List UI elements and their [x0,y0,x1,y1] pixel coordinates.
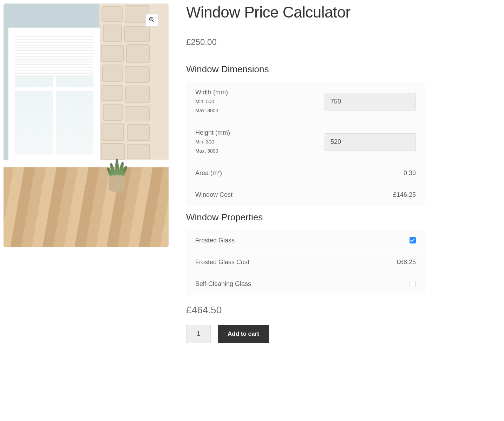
area-label: Area (m²) [195,169,222,177]
dimensions-heading: Window Dimensions [186,64,425,75]
frosted-glass-label: Frosted Glass [195,237,235,244]
add-to-cart-button[interactable]: Add to cart [218,325,269,343]
height-input[interactable] [325,133,416,151]
base-price: £250.00 [186,37,425,47]
dimensions-panel: Width (mm) Min: 500 Max: 3000 Height (mm… [186,82,425,206]
self-cleaning-glass-checkbox[interactable] [410,281,416,287]
width-max: Max: 3000 [195,107,228,114]
frosted-glass-checkbox[interactable] [410,237,416,243]
quantity-input[interactable] [186,325,211,343]
properties-heading: Window Properties [186,212,425,223]
frosted-glass-cost-value: £68.25 [397,259,416,266]
area-value: 0.39 [404,169,416,177]
magnify-plus-icon [149,16,155,24]
height-min: Min: 300 [195,138,230,146]
width-min: Min: 500 [195,98,228,105]
frosted-glass-cost-label: Frosted Glass Cost [195,259,249,266]
zoom-button[interactable] [145,14,158,27]
total-price: £464.50 [186,305,425,316]
width-label: Width (mm) [195,89,228,96]
width-input[interactable] [325,93,416,111]
window-cost-label: Window Cost [195,191,233,199]
height-max: Max: 3000 [195,147,230,155]
svg-line-1 [152,20,154,22]
product-title: Window Price Calculator [186,4,425,21]
product-image[interactable] [4,4,169,247]
height-label: Height (mm) [195,129,230,136]
properties-panel: Frosted Glass Frosted Glass Cost £68.25 … [186,230,425,295]
window-cost-value: £146.25 [393,191,416,199]
self-cleaning-glass-label: Self-Cleaning Glass [195,280,251,288]
